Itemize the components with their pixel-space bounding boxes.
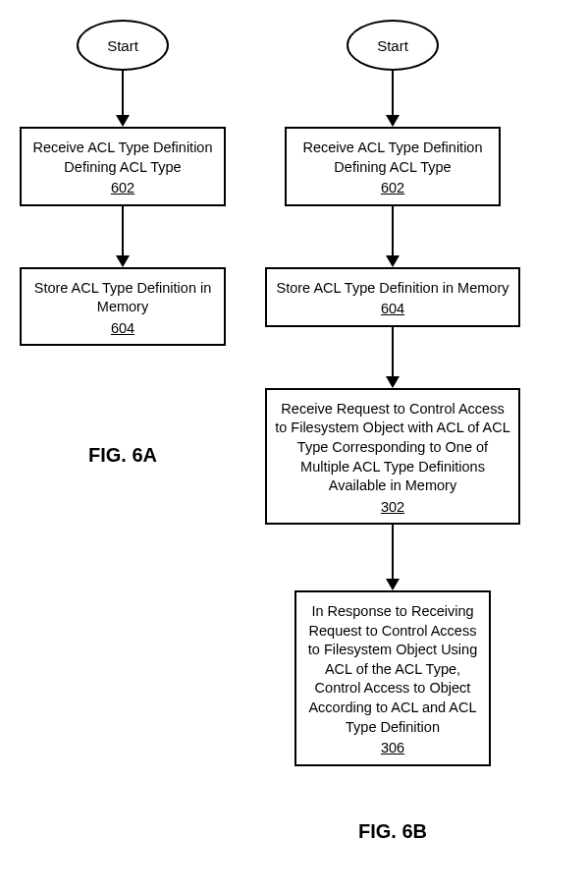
diagram-page: Start Receive ACL Type Definition Defini… <box>20 20 568 843</box>
arrow-head-icon <box>386 376 400 388</box>
arrow <box>386 71 400 127</box>
start-node-a: Start <box>77 20 169 71</box>
step-box-a2: Store ACL Type Definition in Memory 604 <box>20 267 226 347</box>
step-ref: 602 <box>381 179 404 198</box>
arrow <box>386 327 400 388</box>
flowchart-b: Start Receive ACL Type Definition Defini… <box>265 20 520 766</box>
arrow-head-icon <box>386 115 400 127</box>
start-label: Start <box>377 37 408 54</box>
arrow-head-icon <box>386 579 400 590</box>
arrow <box>116 71 130 127</box>
step-text: Receive ACL Type Definition Defining ACL… <box>294 139 491 177</box>
arrow <box>116 206 130 267</box>
step-ref: 604 <box>381 300 404 319</box>
arrow-line <box>392 71 394 115</box>
step-box-b2: Store ACL Type Definition in Memory 604 <box>265 267 520 327</box>
step-ref: 604 <box>111 319 134 339</box>
arrow-head-icon <box>116 255 130 267</box>
flowchart-a: Start Receive ACL Type Definition Defini… <box>20 20 226 346</box>
step-text: Receive Request to Control Access to Fil… <box>275 400 510 496</box>
step-box-b3: Receive Request to Control Access to Fil… <box>265 388 520 525</box>
arrow-head-icon <box>116 115 130 127</box>
start-label: Start <box>107 37 138 54</box>
step-ref: 306 <box>381 739 404 758</box>
arrow-line <box>392 206 394 255</box>
step-text: Receive ACL Type Definition Defining ACL… <box>29 139 216 177</box>
arrow-head-icon <box>386 255 400 267</box>
arrow-line <box>392 327 394 376</box>
arrow <box>386 525 400 590</box>
step-box-b1: Receive ACL Type Definition Defining ACL… <box>285 127 501 206</box>
step-text: Store ACL Type Definition in Memory <box>29 279 216 317</box>
step-ref: 302 <box>381 498 404 518</box>
step-text: In Response to Receiving Request to Cont… <box>304 602 481 737</box>
arrow <box>386 206 400 267</box>
step-ref: 602 <box>111 179 134 198</box>
step-box-a1: Receive ACL Type Definition Defining ACL… <box>20 127 226 206</box>
figure-label-a: FIG. 6A <box>88 444 157 467</box>
step-text: Store ACL Type Definition in Memory <box>275 279 510 299</box>
arrow-line <box>122 71 124 115</box>
figure-label-b: FIG. 6B <box>358 820 427 843</box>
arrow-line <box>122 206 124 255</box>
flowchart-b-column: Start Receive ACL Type Definition Defini… <box>265 20 520 843</box>
step-box-b4: In Response to Receiving Request to Cont… <box>294 590 491 766</box>
arrow-line <box>392 525 394 579</box>
flowchart-a-column: Start Receive ACL Type Definition Defini… <box>20 20 226 467</box>
start-node-b: Start <box>347 20 439 71</box>
